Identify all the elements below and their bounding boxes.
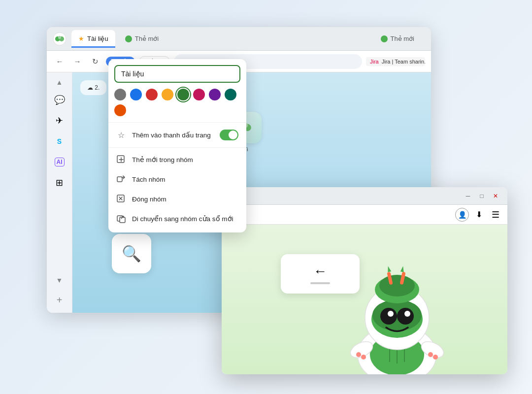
menu-item-add-bookmark[interactable]: ☆ Thêm vào thanh dấu trang	[108, 125, 246, 145]
bookmark-input-area	[108, 59, 246, 87]
sidebar-telegram-icon[interactable]: ✈	[51, 112, 68, 130]
svg-point-47	[397, 308, 414, 325]
menu-item-close-group[interactable]: Đóng nhóm	[108, 189, 246, 209]
tab-the-moi-1[interactable]: Thẻ mới	[118, 30, 166, 48]
front-navbar: ← 👤 ⬇ ☰	[222, 205, 507, 225]
close-button[interactable]: ✕	[490, 190, 501, 202]
svg-point-43	[379, 275, 415, 296]
svg-point-55	[433, 355, 438, 360]
menu-item-new-tab-group[interactable]: Thẻ mới trong nhóm	[108, 150, 246, 169]
color-swatch-orange[interactable]	[114, 104, 126, 116]
color-swatches-row	[108, 87, 246, 120]
front-download-icon[interactable]: ⬇	[472, 208, 486, 222]
svg-point-3	[58, 36, 61, 39]
menu-item-ungroup[interactable]: Tách nhóm	[108, 169, 246, 189]
tab-tai-lieu[interactable]: ★ Tài liệu	[71, 30, 115, 48]
skype-icon: S	[57, 137, 62, 145]
menu-item-move-to-new-window[interactable]: Di chuyển sang nhóm cửa sổ mới	[108, 209, 246, 229]
svg-point-54	[428, 352, 433, 357]
browser-window-front: ─ □ ✕ ← 👤 ⬇ ☰ ←	[222, 187, 507, 374]
refresh-button[interactable]: ↻	[88, 55, 102, 68]
color-swatch-green[interactable]	[177, 89, 189, 100]
color-swatch-purple[interactable]	[209, 89, 221, 100]
page-search-widget[interactable]: 🔍	[112, 234, 151, 273]
bookmark-toggle[interactable]	[220, 130, 238, 140]
color-swatch-teal[interactable]	[225, 89, 236, 100]
tab-tai-lieu-label: Tài liệu	[87, 35, 108, 42]
svg-point-49	[404, 311, 410, 317]
sidebar-skype-icon[interactable]: S	[51, 132, 68, 150]
svg-point-41	[372, 299, 422, 331]
messenger-icon: 💬	[54, 95, 65, 105]
divider-2	[108, 147, 246, 148]
svg-point-48	[388, 311, 394, 317]
tab-icon-1	[125, 35, 132, 42]
color-swatch-pink[interactable]	[193, 89, 205, 100]
mascot-svg-front	[323, 236, 471, 374]
svg-point-53	[361, 355, 366, 360]
jira-icon: Jira	[370, 59, 379, 65]
star-icon: ☆	[116, 130, 126, 140]
tab-star-icon: ★	[78, 35, 84, 42]
weather-widget[interactable]: ☁ 2.	[80, 80, 106, 95]
bookmark-name-input[interactable]	[114, 65, 240, 83]
tab-icon-2	[381, 35, 388, 42]
color-swatch-yellow[interactable]	[162, 89, 173, 100]
coccoc-logo	[53, 32, 66, 46]
tab-the-moi-1-label: Thẻ mới	[135, 35, 159, 42]
toggle-knob	[229, 131, 237, 139]
front-titlebar: ─ □ ✕	[222, 187, 507, 205]
move-window-label: Di chuyển sang nhóm cửa sổ mới	[132, 215, 233, 223]
move-window-icon	[116, 214, 126, 224]
sidebar-grid-icon[interactable]: ⊞	[51, 174, 68, 192]
maximize-button[interactable]: □	[476, 190, 488, 202]
jira-bookmark[interactable]: Jira Jira | Team sharin...	[366, 57, 425, 66]
new-tab-group-icon	[116, 155, 126, 164]
telegram-icon: ✈	[56, 115, 63, 126]
new-tab-group-label: Thẻ mới trong nhóm	[132, 156, 193, 164]
minimize-button[interactable]: ─	[462, 190, 474, 202]
front-menu-icon[interactable]: ☰	[489, 208, 502, 222]
svg-rect-25	[117, 156, 124, 163]
add-bookmark-label: Thêm vào thanh dấu trang	[132, 131, 211, 139]
divider-1	[108, 122, 246, 123]
ai-icon: AI	[55, 158, 65, 166]
svg-point-46	[380, 308, 397, 325]
svg-rect-33	[120, 217, 125, 223]
ungroup-icon	[116, 174, 126, 184]
bookmark-dropdown: ☆ Thêm vào thanh dấu trang Thẻ mới trong…	[108, 59, 246, 232]
tab-the-moi-2-label: Thẻ mới	[391, 35, 415, 42]
tab-active-indicator	[71, 46, 115, 48]
sidebar-add-btn[interactable]: +	[51, 291, 68, 309]
browser-titlebar: ★ Tài liệu Thẻ mới Thẻ mới	[47, 27, 431, 51]
svg-point-52	[356, 352, 361, 357]
search-magnifier-icon: 🔍	[122, 244, 141, 263]
sidebar-expand-btn[interactable]: ▼	[51, 274, 68, 286]
mascot-front-character	[323, 236, 461, 374]
weather-icon: ☁	[87, 84, 93, 91]
weather-temp: 2.	[95, 84, 100, 91]
back-button[interactable]: ←	[53, 55, 66, 68]
sidebar-ai-icon[interactable]: AI	[51, 153, 68, 171]
front-user-icon[interactable]: 👤	[455, 208, 469, 222]
sidebar-messenger-icon[interactable]: 💬	[51, 91, 68, 109]
color-swatch-gray[interactable]	[114, 89, 126, 100]
grid-icon: ⊞	[56, 177, 63, 188]
tab-the-moi-2[interactable]: Thẻ mới	[374, 30, 422, 48]
close-group-label: Đóng nhóm	[132, 196, 166, 203]
ungroup-label: Tách nhóm	[132, 176, 166, 183]
color-swatch-blue[interactable]	[130, 89, 142, 100]
forward-button[interactable]: →	[70, 55, 84, 68]
jira-label: Jira | Team sharin...	[382, 59, 425, 65]
close-group-icon	[116, 194, 126, 204]
color-swatch-red[interactable]	[146, 89, 158, 100]
sidebar-collapse-btn[interactable]: ▲	[51, 76, 68, 88]
front-window-content: ←	[222, 225, 507, 374]
browser-sidebar: ▲ 💬 ✈ S AI ⊞ ▼ +	[47, 72, 72, 313]
add-icon: +	[57, 295, 63, 306]
